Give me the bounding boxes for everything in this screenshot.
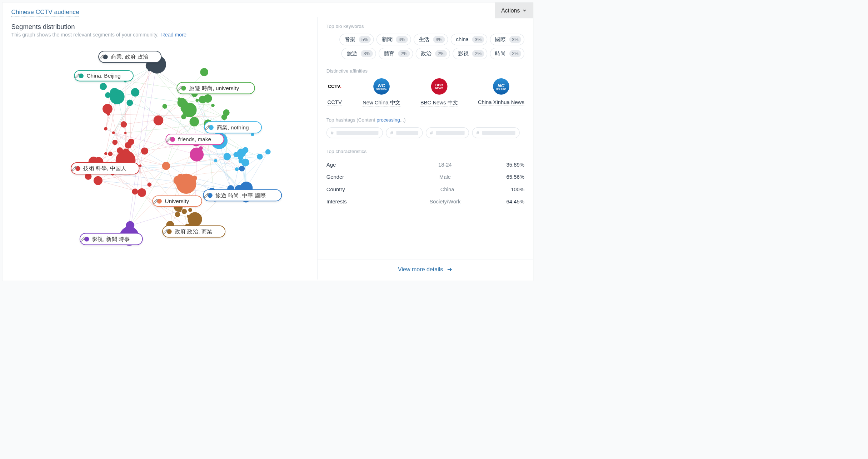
- svg-point-153: [100, 83, 107, 90]
- svg-point-233: [162, 162, 170, 170]
- keyword-text: 時尚: [495, 50, 506, 57]
- audience-name[interactable]: Chinese CCTV audience: [11, 9, 79, 17]
- actions-label: Actions: [501, 7, 520, 14]
- keyword-chip[interactable]: 國際3%: [490, 34, 524, 45]
- segment-label[interactable]: 旅遊 時尚, university: [176, 82, 255, 94]
- hashtag-placeholder: #: [426, 127, 469, 138]
- hashtag-placeholder: #: [386, 127, 423, 138]
- segment-label[interactable]: friends, make: [165, 134, 224, 145]
- segment-label[interactable]: 旅遊 時尚, 中華 國際: [203, 189, 282, 201]
- svg-point-152: [131, 88, 140, 97]
- keyword-text: 影視: [458, 50, 469, 57]
- segment-label[interactable]: 商業, 政府 政治: [98, 51, 161, 63]
- pencil-icon[interactable]: [166, 137, 172, 142]
- card-header: Chinese CCTV audience Actions: [3, 3, 533, 17]
- svg-point-151: [116, 92, 118, 95]
- keyword-percent: 2%: [472, 50, 484, 57]
- affinity-logo: CCTV.: [326, 78, 343, 95]
- segment-label[interactable]: University: [152, 196, 202, 207]
- svg-line-74: [106, 114, 108, 129]
- characteristic-row: Age18-2435.89%: [326, 159, 524, 171]
- pencil-icon[interactable]: [99, 54, 105, 60]
- characteristic-row: InterestsSociety/Work64.45%: [326, 196, 524, 208]
- pencil-icon[interactable]: [204, 192, 209, 198]
- segments-subtitle: This graph shows the most relevant segme…: [11, 32, 308, 38]
- svg-point-191: [108, 152, 113, 156]
- characteristics-list: Age18-2435.89%GenderMale65.56%CountryChi…: [326, 159, 524, 208]
- segment-label[interactable]: 影視, 新聞 時事: [80, 233, 143, 245]
- hashtag-placeholder-row: # # # #: [326, 127, 524, 138]
- svg-point-213: [104, 127, 108, 130]
- pencil-icon[interactable]: [75, 73, 80, 79]
- svg-point-156: [211, 104, 215, 107]
- keyword-percent: 2%: [509, 50, 522, 57]
- svg-line-17: [203, 99, 215, 199]
- segment-label-text: 技術 科學, 中国人: [83, 165, 126, 172]
- keyword-chip[interactable]: 政治2%: [416, 48, 450, 59]
- pencil-icon[interactable]: [71, 166, 77, 171]
- svg-point-177: [214, 159, 217, 162]
- characteristic-key: Age: [326, 162, 384, 168]
- svg-point-159: [221, 114, 227, 120]
- svg-point-242: [178, 209, 181, 212]
- segment-label-text: 政府 政治, 商業: [175, 228, 212, 235]
- affinity-item[interactable]: BBCNEWSBBC News 中文: [420, 78, 458, 107]
- sidebar: Top bio keywords 音樂5%新聞4%生活3%china3%國際3%…: [318, 17, 533, 280]
- hashtag-placeholder: #: [326, 127, 383, 138]
- pencil-icon[interactable]: [153, 198, 159, 204]
- keyword-text: 國際: [495, 36, 506, 43]
- affinity-item[interactable]: NCNEW CHINAChina Xinhua News: [478, 78, 524, 107]
- characteristic-key: Gender: [326, 174, 384, 180]
- keyword-chip[interactable]: 生活3%: [414, 34, 448, 45]
- svg-point-169: [178, 98, 187, 108]
- affinity-item[interactable]: CCTV.CCTV: [326, 78, 343, 107]
- pencil-icon[interactable]: [80, 236, 86, 242]
- read-more-link[interactable]: Read more: [161, 32, 186, 38]
- svg-point-216: [123, 148, 130, 156]
- keyword-chip[interactable]: 影視2%: [453, 48, 487, 59]
- svg-point-196: [154, 115, 164, 125]
- svg-point-185: [235, 167, 239, 171]
- pencil-icon[interactable]: [177, 85, 183, 91]
- actions-button[interactable]: Actions: [495, 3, 533, 18]
- segment-label-text: friends, make: [178, 136, 211, 143]
- svg-point-228: [239, 166, 245, 172]
- svg-point-168: [190, 117, 199, 126]
- segment-label[interactable]: 政府 政治, 商業: [162, 226, 225, 238]
- svg-point-244: [187, 215, 190, 218]
- characteristic-row: GenderMale65.56%: [326, 171, 524, 183]
- top-hashtags-title: Top hashtags (Content processing...): [326, 117, 524, 123]
- keyword-chip[interactable]: 音樂5%: [339, 34, 374, 45]
- keyword-chip[interactable]: china3%: [451, 34, 487, 45]
- segment-label[interactable]: China, Beijing: [74, 70, 134, 81]
- svg-point-183: [239, 149, 246, 156]
- svg-point-184: [238, 155, 243, 160]
- characteristic-percent: 65.56%: [507, 174, 524, 180]
- svg-point-199: [141, 147, 148, 154]
- svg-point-179: [241, 159, 249, 167]
- svg-point-214: [130, 142, 133, 144]
- keyword-chip[interactable]: 體育2%: [379, 48, 413, 59]
- view-more-details-button[interactable]: View more details: [318, 259, 533, 279]
- affinity-item[interactable]: NCNEW CHINANew China 中文: [363, 78, 400, 107]
- segment-label[interactable]: 商業, nothing: [204, 121, 262, 133]
- keyword-chip-row: 音樂5%新聞4%生活3%china3%國際3%旅遊3%體育2%政治2%影視2%時…: [326, 34, 524, 59]
- svg-point-248: [128, 224, 132, 228]
- pencil-icon[interactable]: [205, 124, 210, 130]
- affinity-logo: BBCNEWS: [431, 78, 448, 95]
- svg-point-208: [104, 152, 107, 155]
- keyword-chip[interactable]: 新聞4%: [376, 34, 411, 45]
- keyword-percent: 2%: [398, 50, 410, 57]
- keyword-chip[interactable]: 旅遊3%: [341, 48, 376, 59]
- keyword-chip[interactable]: 時尚2%: [490, 48, 524, 59]
- affinities-row: CCTV.CCTVNCNEW CHINANew China 中文BBCNEWSB…: [326, 78, 524, 107]
- svg-point-212: [112, 131, 115, 134]
- network-graph[interactable]: 商業, 政府 政治China, Beijing旅遊 時尚, university…: [11, 42, 308, 270]
- segment-label-text: 旅遊 時尚, university: [189, 84, 239, 92]
- segments-title: Segments distribution: [11, 23, 308, 31]
- pencil-icon[interactable]: [163, 229, 169, 235]
- characteristic-percent: 64.45%: [507, 199, 524, 205]
- segment-label[interactable]: 技術 科學, 中国人: [71, 162, 139, 174]
- svg-point-230: [184, 175, 189, 180]
- characteristic-value: 18-24: [438, 162, 452, 168]
